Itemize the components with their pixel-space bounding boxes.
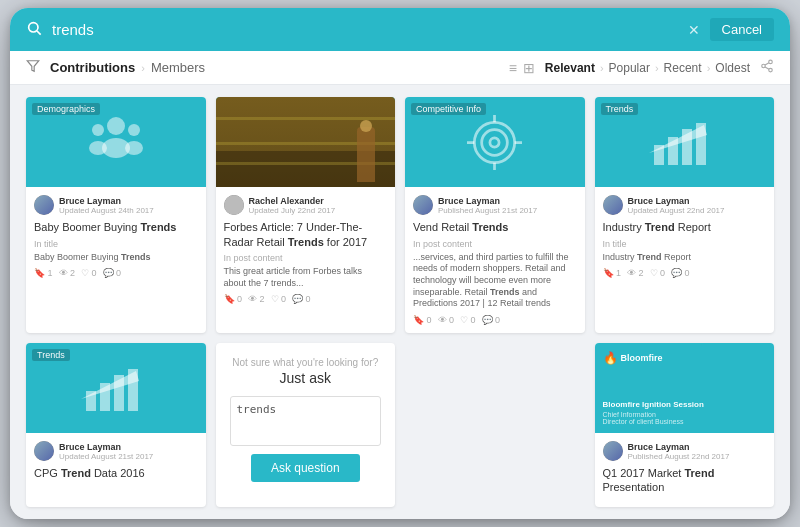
tab-members[interactable]: Members [151,60,205,75]
ask-prompt: Not sure what you're looking for? [232,357,378,368]
svg-point-13 [125,141,143,155]
author-info: Rachel Alexander Updated July 22nd 2017 [249,196,336,215]
content-area: Demographics [10,85,790,518]
bloomfire-brand: Bloomfire [621,353,663,363]
author-name: Bruce Layman [438,196,537,206]
results-grid: Demographics [26,97,774,506]
card-title: Vend Retail Trends [413,220,577,234]
bookmark-count: 🔖 1 [603,268,622,278]
author-info: Bruce Layman Published August 21st 2017 [438,196,537,215]
view-icons: ≡ ⊞ [509,60,535,76]
like-count: ♡ 0 [650,268,666,278]
comment-count: 💬 0 [103,268,122,278]
author-date: Published August 21st 2017 [438,206,537,215]
svg-point-4 [762,65,766,69]
search-icon [26,20,42,40]
author-date: Updated August 24th 2017 [59,206,154,215]
card-bloomfire[interactable]: 🔥 Bloomfire Bloomfire Ignition Session C… [595,343,775,507]
card-meta: 🔖 0 👁 2 ♡ 0 💬 0 [224,294,388,304]
card-snippet: Industry Trend Report [603,252,767,264]
search-clear-icon[interactable]: ✕ [688,22,700,38]
tab-contributions[interactable]: Contributions [50,60,135,75]
bloomfire-session-title: Bloomfire Ignition Session [603,400,767,409]
card-title: Baby Boomer Buying Trends [34,220,198,234]
card-title: Industry Trend Report [603,220,767,234]
card-body: Bruce Layman Published August 22nd 2017 … [595,433,775,507]
comment-count: 💬 0 [292,294,311,304]
card-context: In post content [224,253,388,263]
filter-right: ≡ ⊞ Relevant › Popular › Recent › Oldest [509,59,774,76]
card-title: Forbes Article: 7 Under-The-Radar Retail… [224,220,388,249]
empty-slot [405,343,585,507]
avatar [413,195,433,215]
comment-count: 💬 0 [482,315,501,325]
bloomfire-sub2: Director of client Business [603,418,767,425]
svg-point-8 [107,117,125,135]
svg-line-1 [37,31,41,35]
author-info: Bruce Layman Updated August 24th 2017 [59,196,154,215]
grid-view-icon[interactable]: ⊞ [523,60,535,76]
search-input[interactable] [52,21,678,38]
avatar [34,441,54,461]
card-category: Competitive Info [411,103,486,115]
sort-recent[interactable]: Recent [664,61,702,75]
device-frame: ✕ Cancel Contributions › Members ≡ ⊞ Rel… [10,8,790,518]
card-body: Rachel Alexander Updated July 22nd 2017 … [216,187,396,312]
sort-oldest[interactable]: Oldest [715,61,750,75]
view-count: 👁 2 [59,268,76,278]
author-date: Updated August 22nd 2017 [628,206,725,215]
card-meta: 🔖 0 👁 0 ♡ 0 💬 0 [413,315,577,325]
flame-icon: 🔥 [603,351,618,365]
svg-point-5 [769,69,773,73]
card-snippet: This great article from Forbes talks abo… [224,266,388,289]
card-author: Bruce Layman Published August 21st 2017 [413,195,577,215]
view-count: 👁 2 [248,294,265,304]
filter-icon[interactable] [26,59,40,76]
card-context: In title [34,239,198,249]
card-body: Bruce Layman Published August 21st 2017 … [405,187,585,333]
cancel-button[interactable]: Cancel [710,18,774,41]
sort-tabs: Relevant › Popular › Recent › Oldest [545,61,750,75]
card-author: Rachel Alexander Updated July 22nd 2017 [224,195,388,215]
view-count: 👁 2 [627,268,644,278]
card-baby-boomer[interactable]: Demographics [26,97,206,333]
card-title: Q1 2017 Market Trend Presentation [603,466,767,495]
author-name: Rachel Alexander [249,196,336,206]
svg-line-7 [765,63,769,65]
author-info: Bruce Layman Published August 22nd 2017 [628,442,730,461]
card-forbes[interactable]: Rachel Alexander Updated July 22nd 2017 … [216,97,396,333]
bookmark-count: 🔖 0 [413,315,432,325]
svg-marker-2 [27,61,39,72]
svg-point-11 [89,141,107,155]
filter-bar: Contributions › Members ≡ ⊞ Relevant › P… [10,51,790,85]
filter-left: Contributions › Members [26,59,205,76]
bookmark-count: 🔖 0 [224,294,243,304]
svg-point-15 [482,129,508,155]
sort-popular[interactable]: Popular [609,61,650,75]
svg-point-16 [490,138,499,147]
card-thumb-photo [216,97,396,187]
like-count: ♡ 0 [81,268,97,278]
like-count: ♡ 0 [271,294,287,304]
card-snippet: ...services, and third parties to fulfil… [413,252,577,310]
author-name: Bruce Layman [59,442,153,452]
card-author: Bruce Layman Updated August 24th 2017 [34,195,198,215]
ask-question-button[interactable]: Ask question [251,454,360,482]
bookmark-count: 🔖 1 [34,268,53,278]
card-vend-retail[interactable]: Competitive Info [405,97,585,333]
view-count: 👁 0 [438,315,455,325]
card-cpg-trend[interactable]: Trends [26,343,206,507]
card-thumb-cpg: Trends [26,343,206,433]
card-category: Demographics [32,103,100,115]
svg-line-6 [765,67,769,69]
ask-input[interactable]: trends [230,396,382,446]
ask-heading: Just ask [280,370,331,386]
card-industry-trend[interactable]: Trends [595,97,775,333]
author-date: Updated July 22nd 2017 [249,206,336,215]
list-view-icon[interactable]: ≡ [509,60,517,76]
card-meta: 🔖 1 👁 2 ♡ 0 💬 0 [603,268,767,278]
card-author: Bruce Layman Updated August 21st 2017 [34,441,198,461]
sort-relevant[interactable]: Relevant [545,61,595,75]
author-info: Bruce Layman Updated August 22nd 2017 [628,196,725,215]
share-icon[interactable] [760,59,774,76]
